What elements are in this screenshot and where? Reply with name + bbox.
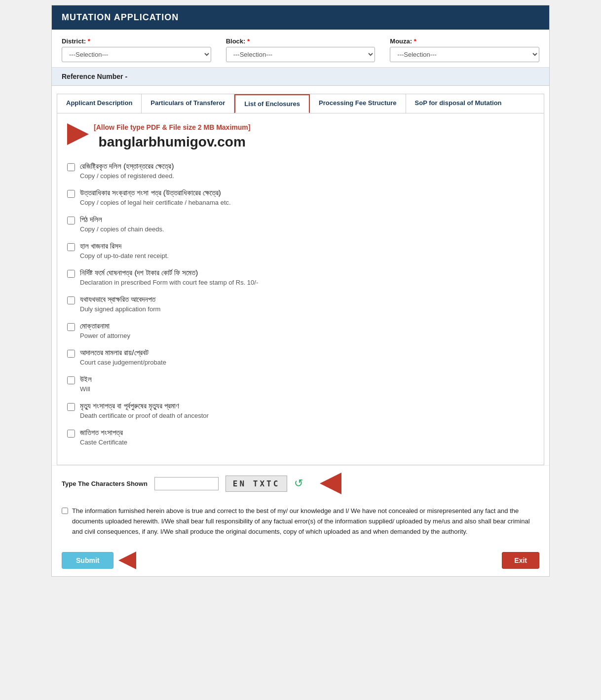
item-text-4: হাল খাজনার রিসদ [80, 242, 121, 251]
item-subtext-2: Copy / copies of legal heir certificate … [80, 199, 534, 206]
declaration-checkbox[interactable] [62, 508, 68, 514]
item-subtext-1: Copy / copies of registered deed. [80, 172, 534, 180]
file-notice: [Allow File type PDF & File size 2 MB Ma… [94, 123, 250, 131]
checklist-item-10: মৃত্যু শংসাপত্র বা পূর্বপুরুষের মৃত্যুর … [67, 402, 534, 419]
checkbox-item-2[interactable] [67, 190, 75, 198]
mouza-select[interactable]: ---Selection--- [390, 47, 539, 62]
mouza-field: Mouza: * ---Selection--- [390, 37, 539, 62]
checkbox-item-9[interactable] [67, 376, 75, 384]
district-field: District: * ---Selection--- [62, 37, 211, 62]
checklist-item-2: উত্তরাধিকার সংক্রান্ত শংসা পত্র (উত্তরাধ… [67, 188, 534, 206]
tab-content-enclosures: [Allow File type PDF & File size 2 MB Ma… [57, 113, 544, 465]
block-label: Block: * [226, 37, 376, 45]
location-fields: District: * ---Selection--- Block: * ---… [52, 30, 549, 68]
captcha-label: Type The Characters Shown [62, 480, 148, 487]
checkbox-item-4[interactable] [67, 243, 75, 251]
buttons-section: Submit Exit [52, 545, 549, 576]
checklist-item-5: নির্দিষ্ট ফর্মে ঘোষনাপত্র (দশ টাকার কোর্… [67, 268, 534, 286]
checklist-item-8: আদালতের মামলার রায়/প্রেবট Court case ju… [67, 348, 534, 366]
mouza-label: Mouza: * [390, 37, 539, 45]
tab-enclosures[interactable]: List of Enclosures [234, 94, 310, 113]
app-title: MUTATION APPLICATION [62, 12, 179, 22]
item-text-6: যথাযথভাবে স্বাক্ষরিত আবেদনপত [80, 295, 155, 304]
item-text-8: আদালতের মামলার রায়/প্রেবট [80, 348, 149, 357]
checklist-item-1: রেজিষ্ট্রিকৃত দলিল (হস্তান্তরের ক্ষেত্রে… [67, 162, 534, 180]
checkbox-item-6[interactable] [67, 296, 75, 304]
reference-number-section: Reference Number - [52, 68, 549, 86]
declaration-text: The information furnished herein above i… [72, 506, 539, 537]
reference-number-label: Reference Number - [62, 73, 127, 80]
item-subtext-4: Copy of up-to-date rent receipt. [80, 252, 534, 259]
captcha-section: Type The Characters Shown EN TXTC ↺ [52, 465, 549, 501]
item-subtext-5: Declaration in prescribed Form with cour… [80, 279, 534, 286]
item-text-7: মোক্তারনামা [80, 322, 110, 331]
item-subtext-3: Copy / copies of chain deeds. [80, 225, 534, 233]
item-text-3: পিঠ দলিল [80, 215, 102, 224]
checklist-item-3: পিঠ দলিল Copy / copies of chain deeds. [67, 215, 534, 233]
tab-fee[interactable]: Processing Fee Structure [310, 94, 406, 113]
item-subtext-9: Will [80, 385, 534, 393]
item-text-11: জাতিগত শংসাপত্র [80, 428, 123, 437]
district-select[interactable]: ---Selection--- [62, 47, 211, 62]
checklist-item-7: মোক্তারনামা Power of attorney [67, 322, 534, 339]
submit-button[interactable]: Submit [62, 552, 113, 569]
item-text-9: উইল [80, 375, 92, 384]
item-text-2: উত্তরাধিকার সংক্রান্ত শংসা পত্র (উত্তরাধ… [80, 188, 221, 197]
tab-transferor[interactable]: Particulars of Transferor [142, 94, 234, 113]
item-text-1: রেজিষ্ট্রিকৃত দলিল (হস্তান্তরের ক্ষেত্রে… [80, 162, 174, 171]
app-header: MUTATION APPLICATION [52, 5, 549, 30]
item-subtext-10: Death certificate or proof of death of a… [80, 412, 534, 419]
item-subtext-7: Power of attorney [80, 332, 534, 339]
item-subtext-8: Court case judgement/probate [80, 359, 534, 366]
tabs-area: Applicant Description Particulars of Tra… [52, 86, 549, 465]
checkbox-item-11[interactable] [67, 430, 75, 438]
block-field: Block: * ---Selection--- [226, 37, 376, 62]
checklist-item-11: জাতিগত শংসাপত্র Caste Certificate [67, 428, 534, 446]
checkbox-item-5[interactable] [67, 270, 75, 278]
checkbox-item-8[interactable] [67, 350, 75, 358]
captcha-input[interactable] [154, 477, 219, 490]
watermark-text: banglarbhumigov.com [94, 134, 250, 150]
item-subtext-6: Duly signed application form [80, 305, 534, 313]
checkbox-item-7[interactable] [67, 323, 75, 331]
tabs-nav: Applicant Description Particulars of Tra… [57, 94, 544, 113]
district-label: District: * [62, 37, 211, 45]
item-subtext-11: Caste Certificate [80, 439, 534, 446]
tab-sop[interactable]: SoP for disposal of Mutation [406, 94, 511, 113]
block-select[interactable]: ---Selection--- [226, 47, 376, 62]
checkbox-item-1[interactable] [67, 163, 75, 171]
checklist: রেজিষ্ট্রিকৃত দলিল (হস্তান্তরের ক্ষেত্রে… [67, 162, 534, 446]
item-text-10: মৃত্যু শংসাপত্র বা পূর্বপুরুষের মৃত্যুর … [80, 402, 179, 410]
checkbox-item-10[interactable] [67, 403, 75, 411]
item-text-5: নির্দিষ্ট ফর্মে ঘোষনাপত্র (দশ টাকার কোর্… [80, 268, 198, 277]
captcha-refresh-icon[interactable]: ↺ [294, 477, 303, 490]
tab-applicant[interactable]: Applicant Description [57, 94, 142, 113]
checklist-item-9: উইল Will [67, 375, 534, 393]
checkbox-item-3[interactable] [67, 217, 75, 224]
checklist-item-6: যথাযথভাবে স্বাক্ষরিত আবেদনপত Duly signed… [67, 295, 534, 313]
checklist-item-4: হাল খাজনার রিসদ Copy of up-to-date rent … [67, 242, 534, 259]
exit-button[interactable]: Exit [502, 552, 539, 569]
captcha-image: EN TXTC [225, 476, 287, 492]
declaration-section: The information furnished herein above i… [52, 501, 549, 545]
